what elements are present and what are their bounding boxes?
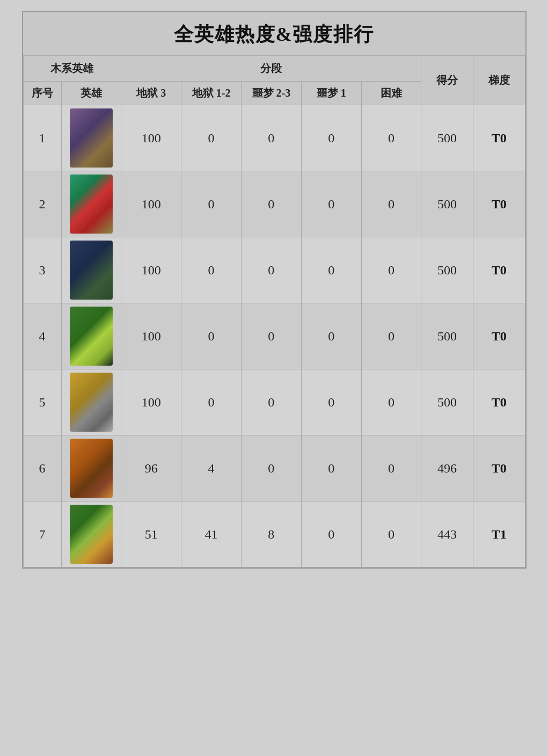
cell-d3: 100 — [121, 303, 181, 369]
cell-hero-image — [61, 237, 121, 303]
cell-d12: 41 — [181, 501, 242, 568]
cell-hard: 0 — [361, 501, 421, 568]
header-score: 得分 — [421, 56, 473, 105]
table-row: 41000000500T0 — [23, 303, 525, 369]
cell-hero-image — [61, 435, 121, 501]
cell-d12: 0 — [181, 171, 242, 237]
cell-hard: 0 — [361, 369, 421, 435]
header-gm1: 噩梦 1 — [301, 82, 361, 105]
cell-hero-image — [61, 303, 121, 369]
cell-score: 500 — [421, 171, 473, 237]
cell-d12: 4 — [181, 435, 242, 501]
cell-d3: 100 — [121, 105, 181, 171]
cell-d12: 0 — [181, 303, 242, 369]
cell-gm23: 8 — [241, 501, 301, 568]
cell-hero-image — [61, 171, 121, 237]
cell-gm1: 0 — [301, 501, 361, 568]
cell-gm23: 0 — [241, 237, 301, 303]
ranking-table-wrapper: 全英雄热度&强度排行 木系英雄 分段 得分 梯度 序号 英雄 地狱 3 — [22, 11, 527, 569]
header-row-group: 木系英雄 分段 得分 梯度 — [23, 56, 525, 82]
cell-hard: 0 — [361, 435, 421, 501]
cell-tier: T0 — [473, 237, 525, 303]
header-d12: 地狱 1-2 — [181, 82, 242, 105]
cell-score: 443 — [421, 501, 473, 568]
cell-hero-image — [61, 105, 121, 171]
cell-tier: T0 — [473, 369, 525, 435]
cell-hard: 0 — [361, 171, 421, 237]
table-row: 31000000500T0 — [23, 237, 525, 303]
cell-gm23: 0 — [241, 171, 301, 237]
cell-score: 500 — [421, 303, 473, 369]
cell-score: 500 — [421, 369, 473, 435]
cell-gm1: 0 — [301, 303, 361, 369]
header-gm23: 噩梦 2-3 — [241, 82, 301, 105]
header-seq: 序号 — [23, 82, 61, 105]
cell-tier: T1 — [473, 501, 525, 568]
cell-seq: 6 — [23, 435, 61, 501]
cell-gm1: 0 — [301, 369, 361, 435]
cell-d3: 51 — [121, 501, 181, 568]
cell-seq: 3 — [23, 237, 61, 303]
header-wood-heroes: 木系英雄 — [23, 56, 121, 82]
cell-d3: 100 — [121, 171, 181, 237]
cell-hero-image — [61, 501, 121, 568]
table-row: 11000000500T0 — [23, 105, 525, 171]
cell-d12: 0 — [181, 105, 242, 171]
cell-d3: 96 — [121, 435, 181, 501]
cell-seq: 2 — [23, 171, 61, 237]
cell-d3: 100 — [121, 237, 181, 303]
header-segments: 分段 — [121, 56, 421, 82]
header-tier: 梯度 — [473, 56, 525, 105]
cell-tier: T0 — [473, 171, 525, 237]
cell-hard: 0 — [361, 105, 421, 171]
cell-gm1: 0 — [301, 237, 361, 303]
cell-gm23: 0 — [241, 303, 301, 369]
cell-hard: 0 — [361, 237, 421, 303]
cell-tier: T0 — [473, 435, 525, 501]
cell-gm23: 0 — [241, 105, 301, 171]
cell-d3: 100 — [121, 369, 181, 435]
header-d3: 地狱 3 — [121, 82, 181, 105]
cell-hero-image — [61, 369, 121, 435]
header-hero: 英雄 — [61, 82, 121, 105]
main-title: 全英雄热度&强度排行 — [23, 12, 525, 55]
cell-seq: 7 — [23, 501, 61, 568]
cell-gm1: 0 — [301, 105, 361, 171]
table-row: 51000000500T0 — [23, 369, 525, 435]
cell-seq: 4 — [23, 303, 61, 369]
cell-score: 496 — [421, 435, 473, 501]
cell-d12: 0 — [181, 237, 242, 303]
cell-score: 500 — [421, 237, 473, 303]
cell-tier: T0 — [473, 105, 525, 171]
cell-gm23: 0 — [241, 369, 301, 435]
cell-gm23: 0 — [241, 435, 301, 501]
cell-gm1: 0 — [301, 171, 361, 237]
cell-seq: 1 — [23, 105, 61, 171]
cell-seq: 5 — [23, 369, 61, 435]
table-row: 21000000500T0 — [23, 171, 525, 237]
cell-tier: T0 — [473, 303, 525, 369]
cell-d12: 0 — [181, 369, 242, 435]
cell-score: 500 — [421, 105, 473, 171]
cell-hard: 0 — [361, 303, 421, 369]
header-hard: 困难 — [361, 82, 421, 105]
cell-gm1: 0 — [301, 435, 361, 501]
table-row: 6964000496T0 — [23, 435, 525, 501]
table-row: 75141800443T1 — [23, 501, 525, 568]
